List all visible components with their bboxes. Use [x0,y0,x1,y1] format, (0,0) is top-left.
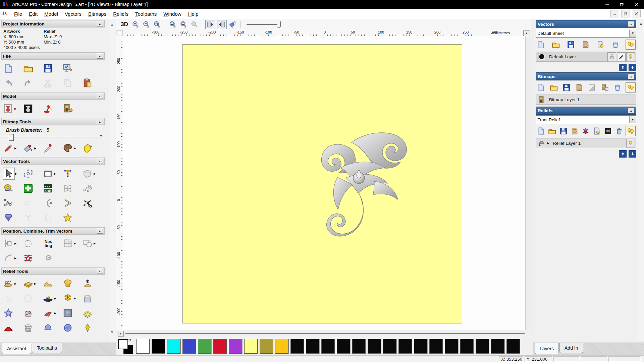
transfer-relief-icon[interactable] [581,126,590,136]
swap-colours-icon[interactable]: ⇄ [128,338,131,343]
create-bitmap-from-model-icon[interactable] [62,103,73,114]
envelope-distort-icon[interactable] [82,168,93,179]
colour-swatch-1[interactable] [152,339,165,354]
scroll-up-icon[interactable]: ∧ [109,22,115,27]
colour-swatch-16[interactable] [383,339,396,354]
colour-swatch-19[interactable] [429,339,443,354]
colour-swatch-15[interactable] [368,339,381,354]
bisector-line-icon[interactable] [22,212,34,224]
delete-vector-layer-icon[interactable] [611,40,620,49]
primary-colour-swatch[interactable] [118,339,128,349]
chevron-down-icon[interactable]: ▼ [629,29,636,37]
delete-bitmap-layer-icon[interactable] [613,83,622,92]
flyout-arrow-icon[interactable]: ▶ [14,282,16,285]
collapse-button[interactable]: ▲ [628,74,634,79]
flyout-arrow-icon[interactable]: ▶ [34,147,36,150]
open-vector-layer-icon[interactable] [551,40,560,49]
measure-icon[interactable] [3,183,14,194]
relief-layer-row[interactable]: ▶ Relief Layer 1 [536,138,636,148]
collapse-button[interactable]: ▲ [628,21,634,27]
spin-relief-icon[interactable] [82,322,93,334]
create-star-icon[interactable] [62,212,73,224]
move-layer-down-button[interactable] [629,150,636,158]
collapse-button[interactable]: ▲ [97,21,103,26]
create-text-icon[interactable] [62,168,73,179]
colour-swatch-12[interactable] [321,339,335,354]
relief-clipart-icon[interactable] [42,293,54,304]
greyscale-layer-icon[interactable] [587,83,597,92]
invert-model-icon[interactable] [22,103,34,114]
paste-icon[interactable] [82,77,93,89]
text-tools-icon[interactable]: ●▲■ABC [42,183,54,194]
menu-vectors[interactable]: Vectors [61,10,85,18]
vector-layer-name[interactable]: Default Layer [546,54,607,59]
move-layer-up-button[interactable] [619,150,627,158]
face-wizard-icon[interactable] [62,307,73,319]
menu-help[interactable]: Help [185,10,202,18]
collapse-button[interactable]: ▲ [628,108,634,113]
pan-button-icon[interactable]: ▸ [118,331,124,337]
layer-visible-bulb-icon[interactable] [626,52,635,61]
colour-swatch-14[interactable] [352,339,366,354]
offset-relief-icon[interactable] [82,307,93,319]
fill-colour-icon[interactable] [82,142,93,154]
move-layer-down-button[interactable] [629,64,636,71]
text-on-curve-icon[interactable]: textcurve [22,238,34,249]
view-3d-button[interactable]: 3D [119,21,129,28]
colour-swatch-23[interactable] [491,339,504,354]
flyout-arrow-icon[interactable]: ▶ [94,242,96,245]
toggle-layer-visibility-icon[interactable] [596,40,605,49]
weld-vectors-icon[interactable] [82,238,93,249]
flyout-arrow-icon[interactable]: ▶ [94,172,96,175]
create-relief-icon[interactable] [22,278,34,289]
primary-secondary-colour-selector[interactable]: ⇄ [118,339,133,353]
trim-vectors-icon[interactable] [82,197,93,209]
merge-bitmap-layers-icon[interactable] [575,83,584,92]
close-button[interactable] [629,0,644,9]
tab-layers[interactable]: Layers [535,343,559,354]
palette-icon[interactable] [62,142,73,154]
open-relief-layer-icon[interactable] [547,126,557,136]
nesting-icon[interactable]: Nesting [42,238,54,249]
canvas-area[interactable]: 3D millimetres ▼ -300-250-200-150-100-50… [116,19,531,337]
colour-swatch-4[interactable] [198,339,211,354]
minimize-button[interactable] [600,0,614,9]
smooth-relief-icon[interactable] [42,278,54,289]
chevron-down-icon[interactable]: ▼ [629,116,636,123]
vector-texture-icon[interactable] [22,252,34,264]
collapse-button[interactable]: ▲ [97,53,103,59]
paste-array-icon[interactable] [82,183,93,194]
save-relief-layer-icon[interactable] [559,126,568,136]
delete-relief-layer-icon[interactable] [614,126,624,136]
cut-icon[interactable] [42,77,54,89]
copy-icon[interactable] [62,77,73,89]
colour-swatch-7[interactable] [244,339,258,354]
zoom-box-icon[interactable] [168,20,177,29]
colour-swatch-5[interactable] [213,339,227,354]
scroll-up-icon[interactable]: ▲ [638,21,644,26]
sculpting-icon[interactable]: S [3,293,14,304]
relief-layer-name[interactable]: Relief Layer 1 [550,141,626,146]
vector-layer-row[interactable]: Default Layer [536,52,636,62]
texture-sphere-icon[interactable] [62,322,73,334]
node-editing-icon[interactable] [22,183,34,194]
weave-relief-icon[interactable] [22,322,34,334]
relief-from-image-icon[interactable] [62,278,73,289]
create-arc-icon[interactable] [42,197,54,209]
colour-swatch-8[interactable] [260,339,273,354]
create-rectangle-icon[interactable] [42,168,54,179]
bitmap-layer-row[interactable]: Bitmap Layer 1 [536,95,636,105]
save-bitmap-layer-icon[interactable] [562,83,571,92]
transform-vectors-icon[interactable] [22,168,34,179]
save-vector-layer-icon[interactable] [566,40,576,49]
merge-relief-layers-icon[interactable] [570,126,579,136]
colour-swatch-10[interactable] [290,339,304,354]
collapse-button[interactable]: ▲ [97,119,103,124]
flyout-arrow-icon[interactable]: ▶ [14,147,16,150]
open-bitmap-layer-icon[interactable] [549,83,558,92]
flood-fill-icon[interactable] [22,142,34,154]
block-copy-icon[interactable] [62,238,73,249]
menu-bitmaps[interactable]: Bitmaps [85,10,110,18]
flyout-arrow-icon[interactable]: ▶ [54,312,56,315]
paint-icon[interactable] [3,142,14,154]
